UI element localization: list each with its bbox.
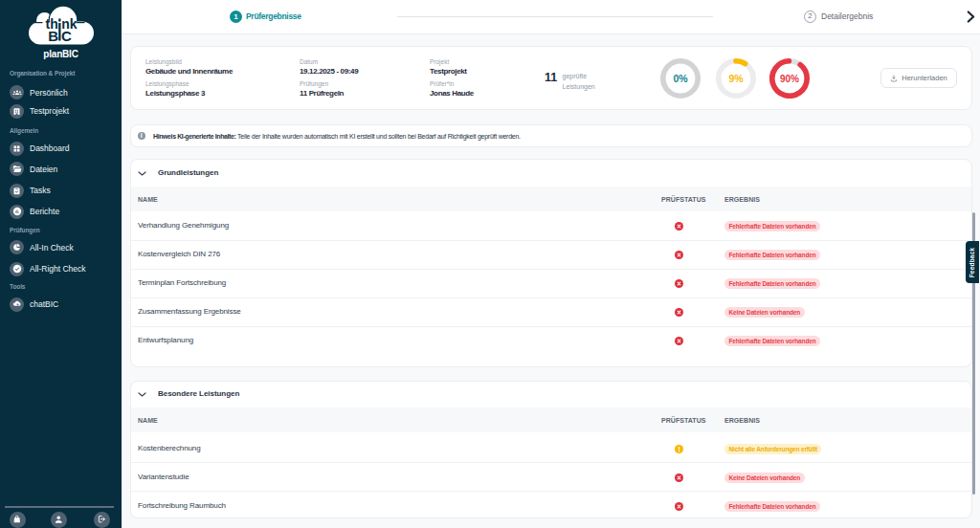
svg-text:B: B	[48, 28, 58, 44]
svg-text:90%: 90%	[780, 73, 799, 83]
svg-text:9%: 9%	[728, 72, 744, 83]
svg-text:C: C	[61, 28, 72, 44]
svg-text:0%: 0%	[673, 72, 688, 83]
